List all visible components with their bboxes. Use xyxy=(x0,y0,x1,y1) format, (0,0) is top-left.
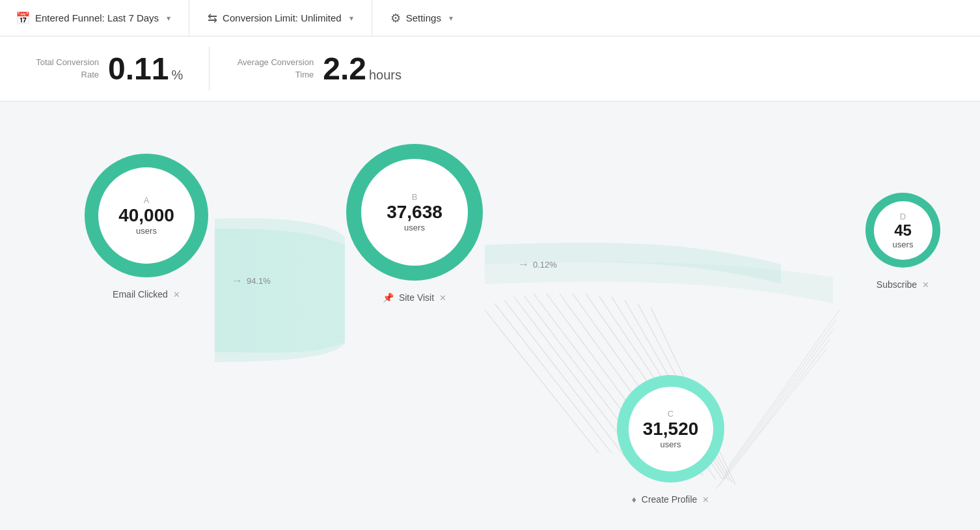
node-a-outer-ring: A 40,000 users xyxy=(85,154,208,277)
node-a-event: Email Clicked xyxy=(113,289,168,300)
conversion-limit-dropdown[interactable]: ⇆ Conversion Limit: Unlimited ▾ xyxy=(189,0,372,36)
calendar-icon: 📅 xyxy=(16,11,30,25)
node-c-users: users xyxy=(660,439,681,449)
svg-line-17 xyxy=(722,329,833,479)
total-conversion-label: Total Conversion Rate xyxy=(21,57,99,80)
node-c[interactable]: C 31,520 users ♦ Create Profile ✕ xyxy=(617,375,724,505)
node-d-count: 45 xyxy=(894,223,912,238)
svg-line-0 xyxy=(485,310,599,453)
conversion-icon: ⇆ xyxy=(208,11,217,25)
svg-line-16 xyxy=(726,320,836,473)
stats-row: Total Conversion Rate 0.11% Average Conv… xyxy=(0,36,980,102)
node-c-letter: C xyxy=(668,409,674,419)
node-b-event: Site Visit xyxy=(399,292,434,303)
node-b-outer-ring: B 37,638 users xyxy=(346,144,483,281)
entered-funnel-label: Entered Funnel: Last 7 Days xyxy=(35,12,159,23)
node-a-inner: A 40,000 users xyxy=(98,167,195,264)
node-a[interactable]: A 40,000 users Email Clicked ✕ xyxy=(85,154,208,300)
pin-icon: 📌 xyxy=(383,292,394,303)
svg-line-1 xyxy=(495,303,612,453)
top-bar: 📅 Entered Funnel: Last 7 Days ▾ ⇆ Conver… xyxy=(0,0,980,36)
node-a-close[interactable]: ✕ xyxy=(173,290,180,300)
node-d[interactable]: D 45 users Subscribe ✕ xyxy=(865,193,940,290)
settings-dropdown[interactable]: ⚙ Settings ▾ xyxy=(372,0,471,36)
node-d-close[interactable]: ✕ xyxy=(922,280,929,290)
arrow-a-b: → xyxy=(231,274,243,288)
node-c-event: Create Profile xyxy=(642,494,698,505)
conversion-limit-chevron: ▾ xyxy=(349,14,353,23)
total-conversion-block: Total Conversion Rate 0.11% xyxy=(21,47,210,91)
svg-line-15 xyxy=(729,310,839,466)
node-c-close[interactable]: ✕ xyxy=(702,495,709,505)
node-a-users: users xyxy=(136,226,157,236)
avg-conversion-value-block: 2.2hours xyxy=(323,53,402,85)
node-b-letter: B xyxy=(412,192,418,202)
node-b[interactable]: B 37,638 users 📌 Site Visit ✕ xyxy=(346,144,483,303)
total-conversion-unit: % xyxy=(171,68,183,82)
node-d-outer-ring: D 45 users xyxy=(865,193,940,268)
total-conversion-value: 0.11 xyxy=(108,51,169,86)
node-a-count: 40,000 xyxy=(118,206,174,225)
node-b-count: 37,638 xyxy=(387,203,442,221)
avg-conversion-block: Average Conversion Time 2.2hours xyxy=(210,47,402,91)
conv-rate-a-b-value: 94.1% xyxy=(247,276,271,286)
svg-line-19 xyxy=(716,349,826,489)
avg-conversion-value: 2.2 xyxy=(323,51,366,86)
conv-rate-a-b: → 94.1% xyxy=(231,274,271,288)
settings-label: Settings xyxy=(406,12,441,23)
conv-rate-b-d: → 0.12% xyxy=(517,258,557,272)
node-b-label: 📌 Site Visit ✕ xyxy=(383,292,446,303)
avg-conversion-unit: hours xyxy=(369,68,402,82)
avg-conversion-label: Average Conversion Time xyxy=(236,57,314,80)
node-d-users: users xyxy=(893,240,914,249)
entered-funnel-dropdown[interactable]: 📅 Entered Funnel: Last 7 Days ▾ xyxy=(16,0,189,36)
arrow-b-d: → xyxy=(517,258,529,272)
node-c-inner: C 31,520 users xyxy=(629,387,713,471)
node-c-pin-icon: ♦ xyxy=(632,494,636,505)
settings-chevron: ▾ xyxy=(449,14,453,23)
node-b-close[interactable]: ✕ xyxy=(439,293,446,303)
node-a-letter: A xyxy=(144,195,150,205)
conversion-limit-label: Conversion Limit: Unlimited xyxy=(223,12,342,23)
node-c-outer-ring: C 31,520 users xyxy=(617,375,724,482)
node-d-letter: D xyxy=(900,212,906,221)
node-d-label: Subscribe ✕ xyxy=(877,279,929,290)
node-d-event: Subscribe xyxy=(877,279,917,290)
entered-funnel-chevron: ▾ xyxy=(167,14,170,23)
node-a-label: Email Clicked ✕ xyxy=(113,289,180,300)
node-c-label: ♦ Create Profile ✕ xyxy=(632,494,710,505)
node-c-count: 31,520 xyxy=(643,420,699,438)
node-b-inner: B 37,638 users xyxy=(361,159,468,266)
funnel-area: A 40,000 users Email Clicked ✕ → 94.1% B… xyxy=(0,102,980,530)
gear-icon: ⚙ xyxy=(390,11,401,25)
total-conversion-value-block: 0.11% xyxy=(108,53,183,85)
node-b-users: users xyxy=(404,223,425,232)
node-d-inner: D 45 users xyxy=(874,201,932,260)
conv-rate-b-d-value: 0.12% xyxy=(533,260,557,270)
